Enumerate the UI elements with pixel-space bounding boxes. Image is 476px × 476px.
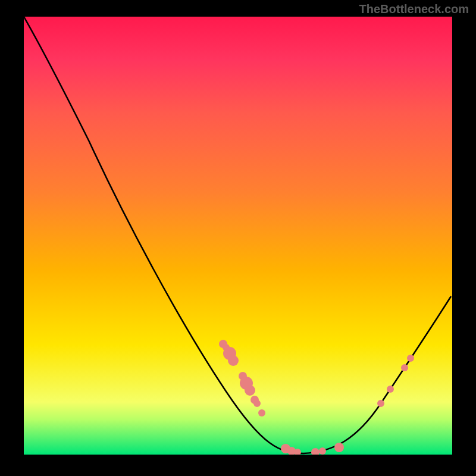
chart-container: TheBottleneck.com — [0, 0, 476, 476]
gradient-plot-background — [24, 17, 452, 455]
watermark-text: TheBottleneck.com — [359, 2, 469, 16]
